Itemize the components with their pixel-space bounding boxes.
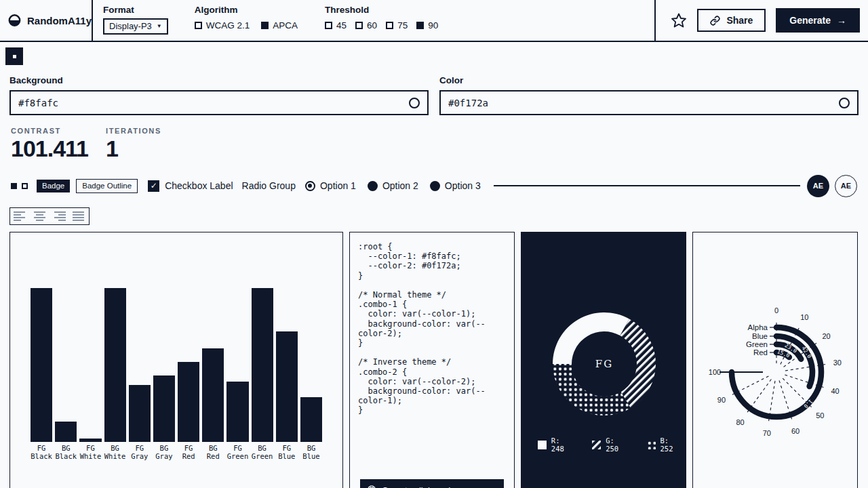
bar-column: BG Gray: [153, 285, 175, 463]
bar-label: BG Red: [202, 442, 224, 463]
radio-option-2-label: Option 2: [382, 180, 418, 191]
brand: RandomA11y: [0, 0, 93, 41]
avatar-filled: AE: [807, 175, 829, 197]
bar-column: FG White: [79, 285, 101, 463]
stats: CONTRAST 101.411 ITERATIONS 1: [0, 127, 868, 160]
tick-label: 60: [791, 427, 800, 435]
demo-checkbox[interactable]: ✓: [148, 180, 159, 192]
checkbox-icon[interactable]: [195, 22, 202, 29]
ring-name-label: Red: [753, 348, 768, 357]
generate-button[interactable]: Generate →: [776, 8, 860, 33]
copy-to-clipboard-button[interactable]: Copy to clipboard: [360, 479, 504, 488]
align-center-button[interactable]: [30, 208, 50, 224]
color-label: Color: [439, 75, 859, 85]
share-label: Share: [726, 15, 753, 26]
legend-swatch-dots-icon: [647, 441, 656, 449]
radio-option-1[interactable]: Option 1: [305, 180, 356, 191]
star-icon: [671, 12, 687, 28]
arrow-right-icon: →: [837, 15, 846, 26]
algorithm-apca-checkbox[interactable]: APCA: [261, 20, 298, 30]
tick-label: 40: [831, 387, 839, 395]
legend-label: B: 252: [660, 436, 686, 453]
background-input[interactable]: [18, 98, 340, 108]
bar-column: BG Red: [202, 285, 224, 463]
threshold-75-checkbox[interactable]: 75: [386, 20, 408, 30]
radial-chart-card: 0102030405060708090100Alpha1.0Blue42.0Gr…: [692, 232, 858, 488]
algorithm-label: Algorithm: [195, 5, 298, 15]
checkbox-icon[interactable]: [416, 22, 424, 29]
divider-line: [494, 185, 800, 186]
threshold-45-checkbox[interactable]: 45: [325, 20, 347, 30]
outline-square-swatch: [22, 183, 28, 189]
app-header: RandomA11y Format Display-P3 ▼ Algorithm…: [0, 0, 868, 42]
format-label: Format: [103, 5, 168, 15]
bar: [252, 288, 273, 442]
threshold-60-label: 60: [367, 20, 377, 30]
tick-label: 70: [763, 429, 771, 437]
radio-group-label: Radio Group: [242, 180, 296, 191]
threshold-label: Threshold: [325, 5, 438, 15]
align-right-button[interactable]: [50, 208, 69, 224]
radio-option-3-label: Option 3: [445, 180, 481, 191]
format-value: Display-P3: [109, 21, 152, 31]
copy-label: Copy to clipboard: [382, 485, 450, 488]
checkbox-icon[interactable]: [355, 22, 363, 29]
radio-option-3[interactable]: Option 3: [430, 180, 481, 191]
bar-column: FG Black: [31, 285, 52, 463]
threshold-90-checkbox[interactable]: 90: [416, 20, 438, 30]
tick-label: 20: [822, 332, 830, 340]
share-button[interactable]: Share: [697, 9, 766, 32]
checkbox-icon[interactable]: [325, 22, 332, 29]
bar: [276, 331, 298, 442]
avatar-outline: AE: [835, 175, 857, 197]
checkbox-icon[interactable]: [261, 22, 269, 29]
legend-label: G: 250: [606, 436, 631, 453]
radio-icon[interactable]: [430, 181, 440, 191]
tick-label: 80: [736, 418, 744, 426]
ring-name-label: Alpha: [748, 323, 768, 331]
clipboard-icon: [367, 485, 376, 488]
bar-label: FG Gray: [129, 442, 151, 463]
bar-column: BG Blue: [300, 285, 322, 463]
background-label: Background: [9, 75, 429, 85]
threshold-60-checkbox[interactable]: 60: [355, 20, 377, 30]
align-left-button[interactable]: [10, 208, 30, 224]
algorithm-wcag-checkbox[interactable]: WCAG 2.1: [195, 20, 250, 30]
tick-label: 90: [717, 396, 726, 404]
algorithm-group: Algorithm WCAG 2.1 APCA: [195, 0, 298, 41]
threshold-90-label: 90: [428, 20, 438, 30]
color-picker: Color: [439, 75, 859, 115]
bar-column: FG Gray: [129, 285, 151, 463]
radio-icon[interactable]: [368, 181, 378, 191]
bar-column: BG White: [104, 285, 126, 463]
color-wheel-icon[interactable]: [839, 98, 850, 108]
bar-label: BG Black: [55, 442, 77, 463]
align-justify-button[interactable]: [69, 208, 89, 224]
bar-column: BG Black: [55, 285, 77, 463]
align-right-icon: [54, 211, 66, 213]
badge-outline: Badge Outline: [76, 179, 138, 193]
align-justify-icon: [73, 211, 84, 213]
radial-bar-chart: 0102030405060708090100Alpha1.0Blue42.0Gr…: [693, 232, 856, 488]
color-input[interactable]: [448, 98, 770, 108]
align-left-icon: [14, 211, 25, 213]
bar-column: BG Green: [252, 285, 273, 463]
donut-slice-G: [620, 319, 656, 409]
radio-option-2[interactable]: Option 2: [368, 180, 418, 191]
legend-item: R: 248: [538, 436, 576, 453]
swatch-dot-icon: [13, 55, 16, 58]
css-code-card: :root { --color-1: #f8fafc; --color-2: #…: [349, 232, 515, 488]
threshold-45-label: 45: [336, 20, 347, 30]
swatch-toggle-button[interactable]: [5, 47, 23, 65]
radio-icon[interactable]: [305, 181, 315, 191]
text-align-button-group: [9, 207, 90, 225]
checkbox-icon[interactable]: [386, 22, 393, 29]
favorite-star-button[interactable]: [671, 12, 687, 28]
color-wheel-icon[interactable]: [409, 98, 420, 108]
bar-column: FG Green: [226, 285, 248, 463]
donut-legend: R: 248 G: 250 B: 252: [538, 436, 686, 453]
tick-label: 100: [709, 368, 721, 376]
format-select[interactable]: Display-P3 ▼: [103, 18, 168, 35]
bar: [31, 288, 52, 442]
bar-label: BG Blue: [300, 442, 322, 463]
